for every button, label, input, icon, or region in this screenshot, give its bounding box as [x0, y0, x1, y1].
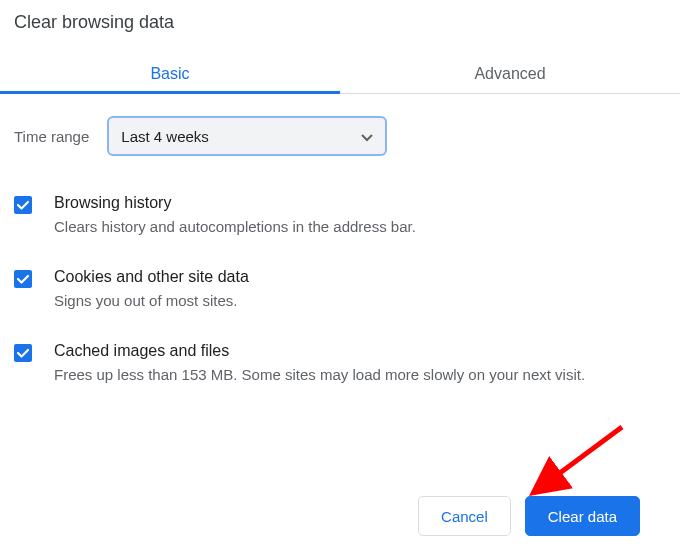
option-text: Cached images and files Frees up less th… — [54, 342, 666, 386]
chevron-down-icon — [361, 128, 373, 145]
time-range-row: Time range Last 4 weeks — [0, 94, 680, 166]
clear-data-button-label: Clear data — [548, 508, 617, 525]
option-description: Signs you out of most sites. — [54, 290, 666, 312]
svg-line-0 — [537, 427, 622, 490]
options-list: Browsing history Clears history and auto… — [0, 166, 680, 397]
tab-advanced-label: Advanced — [474, 65, 545, 82]
check-icon — [16, 272, 30, 286]
check-icon — [16, 198, 30, 212]
time-range-selected: Last 4 weeks — [121, 128, 209, 145]
tab-basic[interactable]: Basic — [0, 53, 340, 93]
option-browsing-history: Browsing history Clears history and auto… — [14, 176, 666, 250]
checkbox-cookies[interactable] — [14, 270, 32, 288]
option-description: Frees up less than 153 MB. Some sites ma… — [54, 364, 666, 386]
option-cache: Cached images and files Frees up less th… — [14, 324, 666, 398]
option-text: Cookies and other site data Signs you ou… — [54, 268, 666, 312]
cancel-button[interactable]: Cancel — [418, 496, 511, 536]
checkbox-cache[interactable] — [14, 344, 32, 362]
cancel-button-label: Cancel — [441, 508, 488, 525]
clear-data-button[interactable]: Clear data — [525, 496, 640, 536]
checkbox-browsing-history[interactable] — [14, 196, 32, 214]
time-range-label: Time range — [14, 128, 89, 145]
time-range-select[interactable]: Last 4 weeks — [107, 116, 387, 156]
dialog-footer: Cancel Clear data — [418, 496, 640, 536]
tab-basic-label: Basic — [150, 65, 189, 82]
check-icon — [16, 346, 30, 360]
option-title: Cached images and files — [54, 342, 666, 360]
option-title: Browsing history — [54, 194, 666, 212]
option-text: Browsing history Clears history and auto… — [54, 194, 666, 238]
clear-browsing-data-dialog: Clear browsing data Basic Advanced Time … — [0, 0, 680, 397]
option-cookies: Cookies and other site data Signs you ou… — [14, 250, 666, 324]
tab-advanced[interactable]: Advanced — [340, 53, 680, 93]
option-title: Cookies and other site data — [54, 268, 666, 286]
option-description: Clears history and autocompletions in th… — [54, 216, 666, 238]
dialog-title: Clear browsing data — [0, 12, 680, 37]
tabs: Basic Advanced — [0, 53, 680, 94]
